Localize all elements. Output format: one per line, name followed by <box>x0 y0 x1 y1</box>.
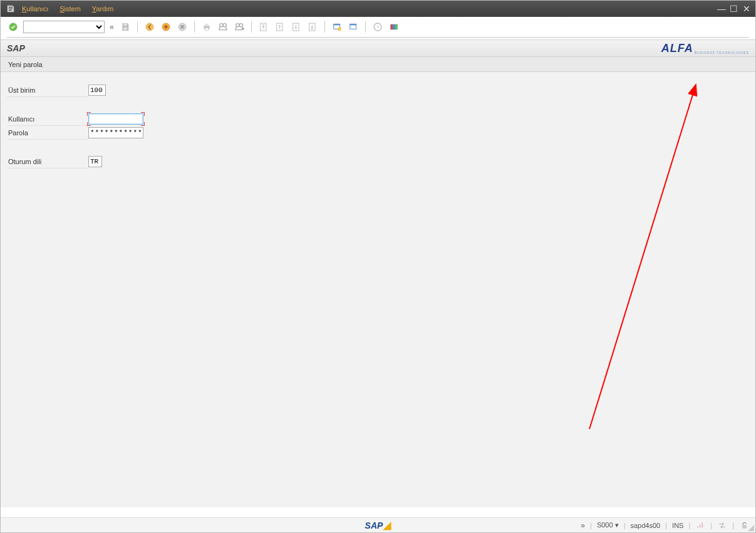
close-icon[interactable]: ✕ <box>743 4 750 13</box>
svg-rect-25 <box>390 24 392 29</box>
chevron-down-icon: ▾ <box>615 521 619 529</box>
window-controls: — ☐ ✕ <box>717 4 750 13</box>
toolbar-separator <box>365 21 366 33</box>
toolbar-separator <box>194 21 195 33</box>
toolbar-separator <box>251 21 252 33</box>
standard-toolbar: « <box>7 21 749 33</box>
new-session-icon[interactable] <box>331 21 343 33</box>
status-tcode[interactable]: S000 ▾ <box>597 521 619 529</box>
client-row: Üst birim <box>7 83 749 97</box>
sap-logo: SAP◢ <box>365 519 391 531</box>
language-field[interactable] <box>88 156 102 167</box>
prev-page-icon[interactable] <box>274 21 286 33</box>
cancel-icon[interactable] <box>176 21 189 33</box>
transfer-icon[interactable] <box>717 520 727 530</box>
okcode-select[interactable] <box>23 21 105 33</box>
svg-point-11 <box>236 24 239 27</box>
svg-rect-2 <box>123 28 127 30</box>
svg-point-12 <box>239 24 242 27</box>
user-field[interactable] <box>88 113 143 125</box>
menu-help[interactable]: Yardım <box>92 5 114 13</box>
find-icon[interactable] <box>217 21 229 33</box>
save-icon[interactable] <box>119 21 132 33</box>
status-mode: INS <box>672 522 683 529</box>
resize-handle[interactable] <box>747 524 754 531</box>
svg-point-3 <box>146 23 153 31</box>
expand-status-icon[interactable]: » <box>581 521 585 530</box>
status-right: » | S000 ▾ | sapd4s00 | INS | | | <box>581 520 749 530</box>
find-next-icon[interactable] <box>233 21 246 33</box>
next-page-icon[interactable] <box>290 21 303 33</box>
signal-icon[interactable] <box>695 520 705 530</box>
status-bar: SAP◢ » | S000 ▾ | sapd4s00 | INS | | | <box>1 517 755 532</box>
help-icon[interactable]: ? <box>371 21 384 33</box>
svg-rect-26 <box>393 24 395 29</box>
title-bar: SAP ALFA BUSINESS TECHNOLOGIES <box>1 39 755 57</box>
svg-rect-27 <box>395 24 397 29</box>
print-icon[interactable] <box>200 21 213 33</box>
logon-form: Üst birim Kullanıcı Parola Oturum dili <box>1 72 755 507</box>
menu-user[interactable]: Kullanıcı <box>22 5 48 13</box>
exit-icon[interactable] <box>160 21 172 33</box>
new-password-button[interactable]: Yeni parola <box>8 61 43 68</box>
application-toolbar: Yeni parola <box>1 57 755 72</box>
toolbar-separator <box>324 21 325 33</box>
toggle-command-icon[interactable]: « <box>108 23 115 31</box>
app-icon <box>6 4 16 14</box>
svg-rect-1 <box>123 24 127 26</box>
client-label: Üst birim <box>7 83 88 97</box>
svg-rect-7 <box>205 24 208 26</box>
svg-rect-18 <box>333 24 339 25</box>
password-field[interactable] <box>88 127 143 138</box>
create-shortcut-icon[interactable] <box>347 21 360 33</box>
svg-point-0 <box>9 23 17 31</box>
menu-system[interactable]: Sistem <box>60 5 81 13</box>
password-row: Parola <box>7 126 749 140</box>
password-label: Parola <box>7 126 88 140</box>
language-row: Oturum dili <box>7 155 749 168</box>
first-page-icon[interactable] <box>257 21 270 33</box>
alfa-logo: ALFA BUSINESS TECHNOLOGIES <box>661 42 749 55</box>
svg-point-9 <box>219 24 222 27</box>
svg-text:?: ? <box>376 24 379 30</box>
back-icon[interactable] <box>143 21 156 33</box>
toolbar-separator <box>137 21 138 33</box>
status-system: sapd4s00 <box>631 522 661 529</box>
command-field[interactable] <box>23 21 105 33</box>
minimize-icon[interactable]: — <box>717 4 725 13</box>
language-label: Oturum dili <box>7 155 88 168</box>
layout-icon[interactable] <box>388 21 400 33</box>
svg-rect-21 <box>350 24 356 25</box>
enter-icon[interactable] <box>7 21 19 33</box>
toolbar-container: « <box>1 17 755 39</box>
page-title: SAP <box>7 43 25 53</box>
menu-bar: Kullanıcı Sistem Yardım — ☐ ✕ <box>1 1 755 17</box>
svg-rect-8 <box>205 28 208 30</box>
user-row: Kullanıcı <box>7 112 749 126</box>
client-field[interactable] <box>88 85 106 96</box>
toolbar-rule <box>7 37 749 38</box>
maximize-icon[interactable]: ☐ <box>730 4 738 13</box>
last-page-icon[interactable] <box>306 21 319 33</box>
sap-gui-window: Kullanıcı Sistem Yardım — ☐ ✕ « <box>0 0 756 533</box>
svg-point-10 <box>223 24 226 27</box>
user-label: Kullanıcı <box>7 112 88 126</box>
